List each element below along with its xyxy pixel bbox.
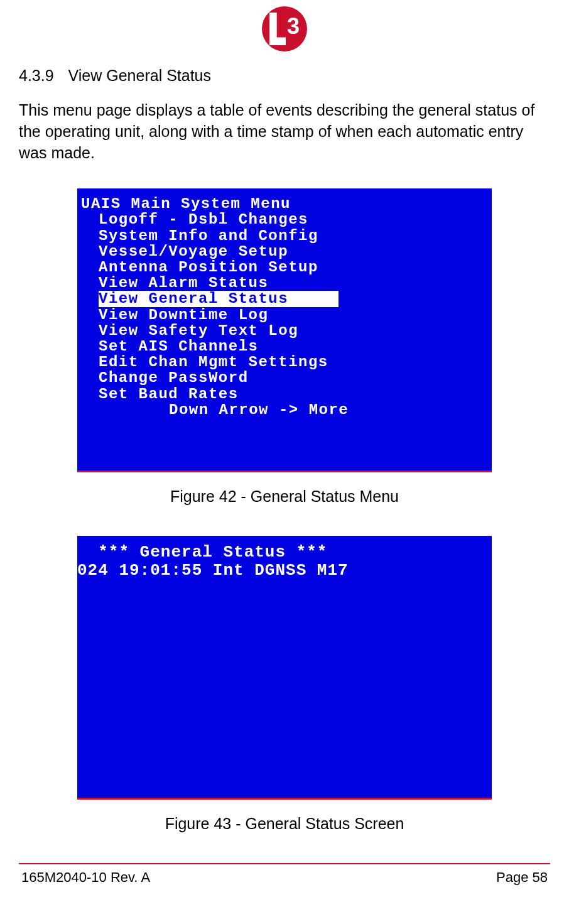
section-heading: 4.3.9 View General Status bbox=[19, 67, 550, 85]
figure-42-terminal: UAIS Main System Menu Logoff - Dsbl Chan… bbox=[77, 188, 492, 472]
logo: 3 bbox=[19, 6, 550, 54]
terminal-title: UAIS Main System Menu bbox=[81, 196, 488, 212]
section-title: View General Status bbox=[68, 67, 211, 84]
figure-43-terminal: *** General Status *** 024 19:01:55 Int … bbox=[77, 536, 492, 800]
status-title: *** General Status *** bbox=[77, 543, 488, 562]
menu-item: View Downtime Log bbox=[81, 307, 488, 323]
body-paragraph: This menu page displays a table of event… bbox=[19, 100, 550, 163]
section-number: 4.3.9 bbox=[19, 67, 54, 85]
footer-rule bbox=[19, 863, 550, 864]
menu-item: Set AIS Channels bbox=[81, 339, 488, 354]
menu-item: Edit Chan Mgmt Settings bbox=[81, 354, 488, 370]
figure-43-caption: Figure 43 - General Status Screen bbox=[19, 815, 550, 833]
figure-42-caption: Figure 42 - General Status Menu bbox=[19, 487, 550, 506]
menu-item: View Safety Text Log bbox=[81, 323, 488, 339]
page-footer: 165M2040-10 Rev. A Page 58 bbox=[19, 869, 550, 886]
terminal-footer: Down Arrow -> More bbox=[81, 402, 488, 418]
menu-item: Antenna Position Setup bbox=[81, 259, 488, 275]
menu-item: System Info and Config bbox=[81, 228, 488, 244]
footer-left: 165M2040-10 Rev. A bbox=[21, 869, 150, 886]
logo-text: 3 bbox=[287, 15, 300, 38]
menu-item-selected: View General Status bbox=[99, 291, 339, 307]
menu-item: Set Baud Rates bbox=[81, 386, 488, 402]
menu-item: Vessel/Voyage Setup bbox=[81, 244, 488, 259]
menu-item: View Alarm Status bbox=[81, 275, 488, 291]
menu-item: Change PassWord bbox=[81, 370, 488, 386]
status-line: 024 19:01:55 Int DGNSS M17 bbox=[77, 562, 488, 580]
footer-right: Page 58 bbox=[496, 869, 548, 886]
menu-item: Logoff - Dsbl Changes bbox=[81, 212, 488, 227]
